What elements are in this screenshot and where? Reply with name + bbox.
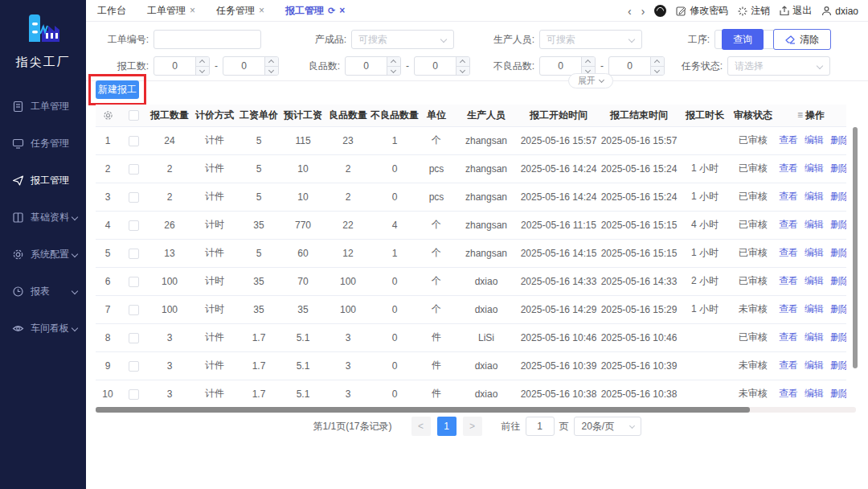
tab-tasks[interactable]: 任务管理 × <box>216 4 264 18</box>
view-link[interactable]: 查看 <box>779 134 798 146</box>
row-checkbox[interactable] <box>129 333 139 343</box>
sidebar-item-work-orders[interactable]: 工单管理 <box>0 88 86 125</box>
sidebar-item-basic-data[interactable]: 基础资料 <box>0 199 86 236</box>
delete-link[interactable]: 删除 <box>830 388 846 399</box>
decrement-icon[interactable] <box>387 66 400 76</box>
stepper-value: 0 <box>154 57 195 75</box>
theme-toggle-icon[interactable] <box>654 5 666 17</box>
next-page-button[interactable]: > <box>463 417 482 436</box>
view-link[interactable]: 查看 <box>779 191 798 202</box>
logout-button[interactable]: 注销 <box>738 4 770 18</box>
delete-link[interactable]: 删除 <box>830 219 846 230</box>
edit-link[interactable]: 编辑 <box>805 191 824 202</box>
report-qty-to-stepper[interactable]: 0 <box>223 56 279 76</box>
row-checkbox[interactable] <box>129 305 139 315</box>
view-link[interactable]: 查看 <box>779 162 798 174</box>
good-qty-from-stepper[interactable]: 0 <box>345 56 401 76</box>
delete-link[interactable]: 删除 <box>830 331 846 343</box>
edit-link[interactable]: 编辑 <box>805 219 824 230</box>
report-qty-from-stepper[interactable]: 0 <box>154 56 210 76</box>
row-checkbox[interactable] <box>129 136 139 146</box>
delete-link[interactable]: 删除 <box>830 162 846 174</box>
sidebar-item-tasks[interactable]: 任务管理 <box>0 125 86 162</box>
sidebar-item-work-report[interactable]: 报工管理 <box>0 162 86 199</box>
increment-icon[interactable] <box>265 57 278 66</box>
prev-page-button[interactable]: < <box>411 417 431 436</box>
view-link[interactable]: 查看 <box>779 247 798 258</box>
sidebar-item-reports[interactable]: 报表 <box>0 273 86 310</box>
row-checkbox[interactable] <box>129 249 139 259</box>
tab-work-orders[interactable]: 工单管理 × <box>147 4 195 18</box>
chevron-down-icon <box>628 36 635 43</box>
row-checkbox[interactable] <box>129 361 139 372</box>
increment-icon[interactable] <box>387 57 400 66</box>
page-1-button[interactable]: 1 <box>437 417 457 436</box>
task-status-select[interactable]: 请选择 <box>727 56 830 76</box>
new-report-button[interactable]: 新建报工 <box>96 80 139 99</box>
change-password-button[interactable]: 修改密码 <box>676 4 728 18</box>
product-select[interactable]: 可搜索 <box>351 30 454 49</box>
edit-link[interactable]: 编辑 <box>805 247 824 258</box>
delete-link[interactable]: 删除 <box>830 191 846 202</box>
expand-toggle[interactable]: 展开 <box>568 73 613 88</box>
delete-link[interactable]: 删除 <box>830 360 846 371</box>
search-button[interactable]: 查询 <box>722 29 764 50</box>
horizontal-scrollbar-thumb[interactable] <box>96 407 750 413</box>
forward-arrow-icon[interactable]: › <box>641 5 645 18</box>
exit-button[interactable]: 退出 <box>780 4 812 18</box>
edit-link[interactable]: 编辑 <box>805 303 824 314</box>
sidebar-item-system-config[interactable]: 系统配置 <box>0 236 86 273</box>
user-menu[interactable]: dxiao <box>821 6 858 17</box>
horizontal-scrollbar[interactable] <box>96 407 856 413</box>
tab-workbench[interactable]: 工作台 <box>97 4 126 18</box>
edit-link[interactable]: 编辑 <box>805 162 824 174</box>
view-link[interactable]: 查看 <box>779 388 798 399</box>
column-settings-gear-icon[interactable] <box>103 110 113 121</box>
vertical-scrollbar[interactable] <box>853 127 858 413</box>
close-icon[interactable]: × <box>259 5 264 16</box>
increment-icon[interactable] <box>457 57 469 66</box>
view-link[interactable]: 查看 <box>779 275 798 286</box>
row-checkbox[interactable] <box>129 220 139 231</box>
view-link[interactable]: 查看 <box>779 331 798 343</box>
delete-link[interactable]: 删除 <box>830 247 846 258</box>
decrement-icon[interactable] <box>457 66 469 76</box>
edit-link[interactable]: 编辑 <box>805 275 824 286</box>
delete-link[interactable]: 删除 <box>830 303 846 314</box>
delete-link[interactable]: 删除 <box>830 275 846 286</box>
increment-icon[interactable] <box>582 57 595 66</box>
view-link[interactable]: 查看 <box>779 219 798 230</box>
page-size-select[interactable]: 20条/页 <box>574 417 641 436</box>
row-checkbox[interactable] <box>129 389 139 400</box>
view-link[interactable]: 查看 <box>779 360 798 371</box>
refresh-icon[interactable]: ⟳ <box>328 6 335 16</box>
goto-page-input[interactable]: 1 <box>526 417 555 436</box>
edit-link[interactable]: 编辑 <box>805 388 824 399</box>
decrement-icon[interactable] <box>265 66 278 76</box>
edit-link[interactable]: 编辑 <box>805 331 824 343</box>
row-checkbox[interactable] <box>129 277 139 287</box>
clear-button[interactable]: 清除 <box>773 29 831 50</box>
delete-link[interactable]: 删除 <box>830 134 846 146</box>
work-order-input[interactable] <box>154 30 261 49</box>
increment-icon[interactable] <box>651 57 664 66</box>
increment-icon[interactable] <box>196 57 209 66</box>
view-link[interactable]: 查看 <box>779 303 798 314</box>
good-qty-to-stepper[interactable]: 0 <box>414 56 470 76</box>
row-checkbox[interactable] <box>129 192 139 203</box>
back-arrow-icon[interactable]: ‹ <box>628 5 632 18</box>
vertical-scrollbar-thumb[interactable] <box>853 127 858 368</box>
tab-work-report[interactable]: 报工管理 ⟳ × <box>285 4 345 18</box>
edit-link[interactable]: 编辑 <box>805 360 824 371</box>
row-checkbox[interactable] <box>129 164 139 175</box>
close-icon[interactable]: × <box>339 5 345 16</box>
operations-filter-icon[interactable]: ≡ <box>797 109 803 121</box>
decrement-icon[interactable] <box>196 66 209 76</box>
sidebar-item-workshop-board[interactable]: 车间看板 <box>0 310 86 347</box>
edit-link[interactable]: 编辑 <box>805 134 824 146</box>
decrement-icon[interactable] <box>651 66 664 76</box>
select-all-checkbox[interactable] <box>129 110 139 121</box>
close-icon[interactable]: × <box>190 5 195 16</box>
bad-qty-to-stepper[interactable]: 0 <box>608 56 665 76</box>
producer-select[interactable]: 可搜索 <box>539 30 642 49</box>
